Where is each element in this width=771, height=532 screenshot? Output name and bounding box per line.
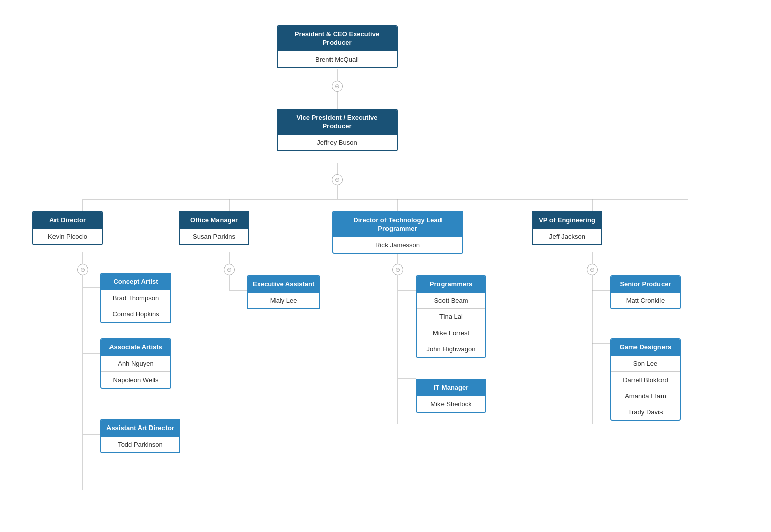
programmers-person-1: Scott Beam: [417, 293, 485, 308]
vp-eng-collapse[interactable]: ⊖: [587, 264, 598, 275]
exec-asst-person: Maly Lee: [248, 293, 319, 308]
concept-artist-title: Concept Artist: [101, 274, 170, 290]
ceo-node: President & CEO Executive Producer Brent…: [277, 25, 398, 68]
dir-tech-collapse[interactable]: ⊖: [392, 264, 403, 275]
vp-eng-person: Jeff Jackson: [533, 229, 601, 244]
programmers-person-2: Tina Lai: [417, 308, 485, 325]
assoc-artists-title: Associate Artists: [101, 339, 170, 356]
senior-producer-node: Senior Producer Matt Cronkile: [610, 275, 706, 309]
ceo-person: Brentt McQuall: [278, 51, 397, 67]
programmers-person-4: John Highwagon: [417, 341, 485, 357]
exec-asst-title: Executive Assistant: [248, 276, 319, 293]
programmers-title: Programmers: [417, 276, 485, 293]
senior-producer-title: Senior Producer: [611, 276, 680, 293]
asst-art-dir-person: Todd Parkinson: [101, 437, 179, 452]
concept-artist-person-2: Conrad Hopkins: [101, 306, 170, 322]
assoc-artists-node: Associate Artists Anh Nguyen Napoleon We…: [100, 338, 196, 389]
game-designers-person-2: Darrell Blokford: [611, 371, 680, 388]
programmers-person-3: Mike Forrest: [417, 325, 485, 341]
game-designers-person-1: Son Lee: [611, 356, 680, 371]
vp-collapse[interactable]: ⊖: [332, 174, 343, 185]
game-designers-person-4: Trady Davis: [611, 404, 680, 420]
office-manager-person: Susan Parkins: [180, 229, 248, 244]
art-director-person: Kevin Picocio: [33, 229, 102, 244]
vp-exec-title: Vice President / Executive Producer: [278, 110, 397, 135]
asst-art-dir-title: Assistant Art Director: [101, 420, 179, 437]
programmers-node: Programmers Scott Beam Tina Lai Mike For…: [416, 275, 512, 358]
ceo-title: President & CEO Executive Producer: [278, 26, 397, 51]
it-manager-node: IT Manager Mike Sherlock: [416, 379, 512, 413]
concept-artist-node: Concept Artist Brad Thompson Conrad Hopk…: [100, 273, 196, 323]
office-manager-node: Office Manager Susan Parkins: [179, 211, 280, 245]
game-designers-person-3: Amanda Elam: [611, 388, 680, 404]
vp-eng-title: VP of Engineering: [533, 212, 601, 229]
vp-eng-node: VP of Engineering Jeff Jackson: [532, 211, 653, 245]
exec-asst-node: Executive Assistant Maly Lee: [247, 275, 343, 309]
game-designers-node: Game Designers Son Lee Darrell Blokford …: [610, 338, 706, 421]
assoc-artists-person-1: Anh Nguyen: [101, 356, 170, 371]
art-director-collapse[interactable]: ⊖: [77, 264, 88, 275]
art-director-node: Art Director Kevin Picocio: [32, 211, 133, 245]
office-manager-collapse[interactable]: ⊖: [224, 264, 235, 275]
org-chart: President & CEO Executive Producer Brent…: [0, 0, 771, 532]
it-manager-title: IT Manager: [417, 380, 485, 396]
game-designers-title: Game Designers: [611, 339, 680, 356]
concept-artist-person-1: Brad Thompson: [101, 290, 170, 306]
dir-tech-node: Director of Technology Lead Programmer R…: [332, 211, 463, 254]
senior-producer-person: Matt Cronkile: [611, 293, 680, 308]
vp-exec-person: Jeffrey Buson: [278, 135, 397, 150]
assoc-artists-person-2: Napoleon Wells: [101, 371, 170, 388]
it-manager-person: Mike Sherlock: [417, 396, 485, 412]
office-manager-title: Office Manager: [180, 212, 248, 229]
dir-tech-person: Rick Jamesson: [333, 237, 462, 253]
asst-art-dir-node: Assistant Art Director Todd Parkinson: [100, 419, 196, 453]
ceo-collapse[interactable]: ⊖: [332, 81, 343, 92]
vp-exec-node: Vice President / Executive Producer Jeff…: [277, 109, 398, 151]
dir-tech-title: Director of Technology Lead Programmer: [333, 212, 462, 237]
chart-area: President & CEO Executive Producer Brent…: [12, 15, 759, 525]
art-director-title: Art Director: [33, 212, 102, 229]
